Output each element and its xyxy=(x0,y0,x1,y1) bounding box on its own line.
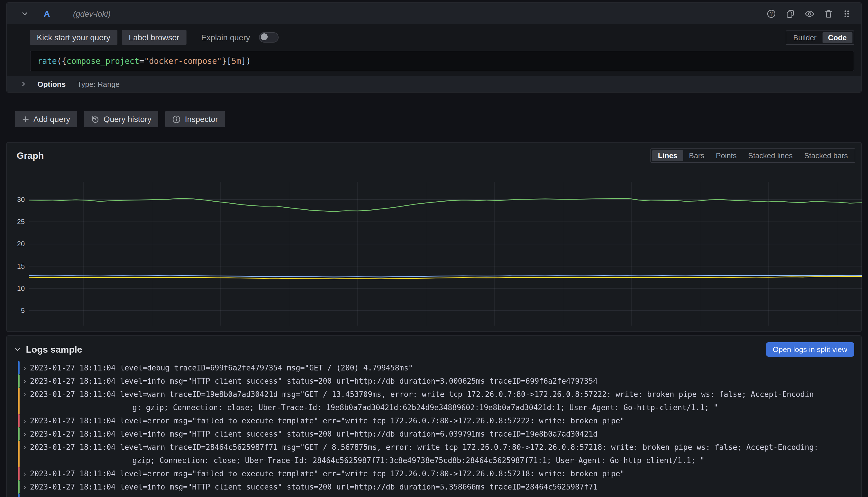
log-row[interactable]: ›2023-01-27 18:11:04 level=debug traceID… xyxy=(7,494,861,497)
log-row[interactable]: ›2023-01-27 18:11:04 level=debug traceID… xyxy=(7,361,861,374)
log-text: 2023-01-27 18:11:04 level=info msg="HTTP… xyxy=(30,374,861,388)
query-row-header: A (gdev-loki) ? xyxy=(7,3,861,24)
graph-style-switch: Lines Bars Points Stacked lines Stacked … xyxy=(650,148,855,163)
log-line: g: gzip; Connection: close; Uber-Trace-I… xyxy=(30,401,861,414)
query-token-duration: 5m xyxy=(232,56,241,66)
expand-chevron-icon[interactable]: › xyxy=(21,374,28,388)
expand-chevron-icon[interactable]: › xyxy=(21,427,28,441)
log-text: 2023-01-27 18:11:04 level=debug traceID=… xyxy=(30,494,861,497)
log-level-bar xyxy=(18,494,19,497)
expand-chevron-icon[interactable]: › xyxy=(21,414,28,427)
query-token-function: rate xyxy=(38,56,57,66)
log-text: 2023-01-27 18:11:04 level=info msg="HTTP… xyxy=(30,480,861,494)
log-line: 2023-01-27 18:11:04 level=info msg="HTTP… xyxy=(30,374,861,388)
expand-chevron-icon[interactable]: › xyxy=(21,494,28,497)
log-row[interactable]: ›2023-01-27 18:11:04 level=error msg="fa… xyxy=(7,467,861,480)
log-row[interactable]: ›2023-01-27 18:11:04 level=warn traceID=… xyxy=(7,388,861,414)
query-ref-id[interactable]: A xyxy=(44,9,50,18)
history-icon xyxy=(91,115,100,123)
toggle-knob xyxy=(261,33,268,40)
log-level-bar xyxy=(18,441,19,467)
query-options-row[interactable]: Options Type: Range xyxy=(7,76,861,92)
datasource-name: (gdev-loki) xyxy=(73,9,111,18)
log-row[interactable]: ›2023-01-27 18:11:04 level=info msg="HTT… xyxy=(7,374,861,388)
logs-panel-title: Logs sample xyxy=(26,344,82,355)
y-axis-tick-label: 20 xyxy=(17,240,25,247)
log-line: 2023-01-27 18:11:04 level=debug traceID=… xyxy=(30,361,861,374)
log-line: 2023-01-27 18:11:04 level=error msg="fai… xyxy=(30,467,861,480)
query-token-punct: }[ xyxy=(222,56,232,66)
options-label: Options xyxy=(38,80,66,88)
info-icon xyxy=(172,115,181,123)
graph-panel-header: Graph Lines Bars Points Stacked lines St… xyxy=(7,143,861,163)
expand-chevron-icon[interactable]: › xyxy=(21,480,28,494)
log-text: 2023-01-27 18:11:04 level=error msg="fai… xyxy=(30,414,861,427)
log-line: 2023-01-27 18:11:04 level=debug traceID=… xyxy=(30,494,861,497)
log-level-bar xyxy=(18,467,19,480)
code-mode-button[interactable]: Code xyxy=(822,32,852,43)
eye-icon[interactable] xyxy=(805,9,814,18)
chevron-right-icon xyxy=(20,81,27,87)
graph-mode-stacked-lines[interactable]: Stacked lines xyxy=(743,150,799,161)
query-token-punct: ]) xyxy=(241,56,251,66)
logs-panel-header: Logs sample Open logs in split view xyxy=(7,336,861,359)
log-row[interactable]: ›2023-01-27 18:11:04 level=error msg="fa… xyxy=(7,414,861,427)
graph-canvas[interactable]: 51015202530 xyxy=(12,182,862,326)
query-row-actions: ? xyxy=(767,9,851,18)
y-axis-tick-label: 15 xyxy=(17,262,25,270)
help-icon[interactable]: ? xyxy=(767,9,776,18)
log-text: 2023-01-27 18:11:04 level=debug traceID=… xyxy=(30,361,861,374)
add-query-label: Add query xyxy=(33,114,70,124)
query-editor-panel: A (gdev-loki) ? xyxy=(6,2,862,93)
y-axis-tick-label: 25 xyxy=(17,218,25,226)
log-level-bar xyxy=(18,480,19,494)
inspector-label: Inspector xyxy=(185,114,218,124)
log-text: 2023-01-27 18:11:04 level=warn traceID=2… xyxy=(30,441,861,467)
query-toolbar: Kick start your query Label browser Expl… xyxy=(30,30,854,45)
explain-query-toggle[interactable] xyxy=(259,32,279,43)
graph-mode-lines[interactable]: Lines xyxy=(652,150,683,161)
log-level-bar xyxy=(18,414,19,427)
graph-mode-stacked-bars[interactable]: Stacked bars xyxy=(798,150,854,161)
plus-icon xyxy=(22,115,29,123)
drag-handle-icon[interactable] xyxy=(843,9,851,18)
add-query-button[interactable]: Add query xyxy=(15,111,77,127)
query-token-string: "docker-compose" xyxy=(144,56,222,66)
y-axis-tick-label: 5 xyxy=(21,307,25,314)
expand-chevron-icon[interactable]: › xyxy=(21,441,28,467)
builder-mode-button[interactable]: Builder xyxy=(787,32,822,43)
inspector-button[interactable]: Inspector xyxy=(165,111,225,127)
log-level-bar xyxy=(18,374,19,388)
log-line: 2023-01-27 18:11:04 level=warn traceID=1… xyxy=(30,388,861,401)
logs-sample-panel: Logs sample Open logs in split view ›202… xyxy=(6,335,862,497)
chevron-down-icon[interactable] xyxy=(21,10,29,17)
expand-chevron-icon[interactable]: › xyxy=(21,361,28,374)
log-line: 2023-01-27 18:11:04 level=info msg="HTTP… xyxy=(30,480,861,494)
log-row[interactable]: ›2023-01-27 18:11:04 level=info msg="HTT… xyxy=(7,427,861,441)
open-logs-split-button[interactable]: Open logs in split view xyxy=(766,342,854,357)
query-history-button[interactable]: Query history xyxy=(84,111,158,127)
kick-start-query-button[interactable]: Kick start your query xyxy=(30,30,117,45)
log-text: 2023-01-27 18:11:04 level=info msg="HTTP… xyxy=(30,427,861,441)
logs-list: ›2023-01-27 18:11:04 level=debug traceID… xyxy=(7,361,861,497)
log-row[interactable]: ›2023-01-27 18:11:04 level=info msg="HTT… xyxy=(7,480,861,494)
svg-text:?: ? xyxy=(770,11,773,16)
explain-query-label: Explain query xyxy=(201,33,250,42)
options-summary: Type: Range xyxy=(77,80,120,88)
copy-icon[interactable] xyxy=(786,9,795,18)
graph-mode-points[interactable]: Points xyxy=(710,150,742,161)
expand-chevron-icon[interactable]: › xyxy=(21,467,28,480)
label-browser-button[interactable]: Label browser xyxy=(122,30,186,45)
series-line-green-series xyxy=(29,198,862,211)
chevron-down-icon[interactable] xyxy=(14,346,21,353)
expand-chevron-icon[interactable]: › xyxy=(21,388,28,414)
log-line: gzip; Connection: close; Uber-Trace-Id: … xyxy=(30,454,861,467)
graph-mode-bars[interactable]: Bars xyxy=(683,150,710,161)
grafana-explore-page: A (gdev-loki) ? xyxy=(0,0,868,497)
trash-icon[interactable] xyxy=(824,9,833,18)
log-line: 2023-01-27 18:11:04 level=warn traceID=2… xyxy=(30,441,861,454)
log-row[interactable]: ›2023-01-27 18:11:04 level=warn traceID=… xyxy=(7,441,861,467)
query-code-input[interactable]: rate({compose_project="docker-compose"}[… xyxy=(30,51,854,71)
query-token-operator: = xyxy=(139,56,144,66)
log-text: 2023-01-27 18:11:04 level=error msg="fai… xyxy=(30,467,861,480)
